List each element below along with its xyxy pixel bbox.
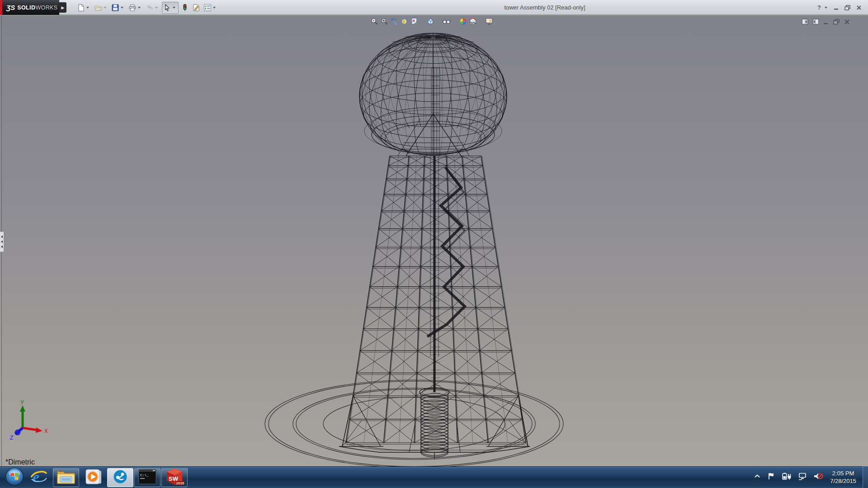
action-center-icon: [767, 472, 775, 482]
svg-text:e: e: [33, 469, 39, 485]
brand-solid: SOLID: [17, 5, 35, 11]
view-orientation-button[interactable]: [425, 17, 435, 27]
pane-left-icon: [802, 19, 808, 27]
pane-left-button[interactable]: [802, 19, 808, 27]
window-controls: ?: [815, 0, 864, 15]
doc-close-button[interactable]: [844, 19, 850, 27]
windows-taskbar: eC:\_SW2015: [0, 466, 868, 488]
print-dropdown-arrow[interactable]: [138, 7, 141, 9]
window-title: tower Assembly 02 [Read-only]: [470, 0, 619, 15]
hidden-icons-icon: [754, 473, 761, 481]
menu-flyout-arrow[interactable]: ▶: [59, 2, 66, 13]
orientation-triad: YXZ: [6, 400, 56, 443]
action-center-flag-button[interactable]: [767, 472, 775, 482]
rebuild-button[interactable]: [180, 2, 190, 14]
save-dropdown-arrow[interactable]: [121, 7, 123, 9]
taskbar-clock[interactable]: 2:05 PM7/28/2015: [830, 469, 856, 485]
undo-dropdown-arrow[interactable]: [155, 7, 158, 9]
pane-right-icon: [812, 19, 819, 27]
network-status-button[interactable]: [798, 472, 807, 482]
select-dropdown-arrow[interactable]: [173, 7, 175, 9]
print-button[interactable]: [127, 2, 143, 14]
zoom-to-fit-icon: [370, 17, 378, 28]
rebuild-icon: [181, 4, 189, 12]
command-prompt-button[interactable]: C:\_: [134, 468, 160, 487]
options-button[interactable]: [203, 2, 218, 14]
svg-text:X: X: [44, 428, 48, 434]
new-document-dropdown-arrow[interactable]: [86, 7, 89, 9]
view-orientation-label: *Dimetric: [5, 458, 35, 466]
wireframe-tower-model: [0, 15, 868, 466]
doc-restore-button[interactable]: [833, 19, 840, 27]
view-orientation-icon: [426, 17, 434, 28]
windows-explorer-icon: [56, 468, 76, 487]
media-player-icon: [84, 468, 102, 488]
view-settings-button[interactable]: [484, 17, 494, 27]
internet-explorer-button[interactable]: e: [26, 468, 52, 487]
select-button[interactable]: [162, 2, 179, 14]
solidworks-logo[interactable]: ƷS SOLID WORKS: [2, 0, 59, 15]
hide-show-items-icon: [442, 17, 451, 28]
new-document-button[interactable]: [76, 2, 92, 14]
restore-icon: [844, 5, 851, 10]
open-button[interactable]: [93, 2, 109, 14]
windows-media-player-button[interactable]: [80, 468, 106, 487]
zoom-to-area-button[interactable]: [379, 17, 389, 27]
windows-explorer-button[interactable]: [53, 468, 79, 487]
solidworks-window: ƷS SOLID WORKS ▶ tower Assembly 02 [Read…: [0, 0, 868, 488]
headsup-view-toolbar: [369, 17, 494, 28]
help-dropdown-arrow[interactable]: [825, 7, 827, 9]
volume-muted-button[interactable]: [813, 472, 823, 482]
svg-text:Z: Z: [10, 435, 13, 441]
edit-appearance-icon: [458, 17, 467, 28]
power-plug-icon: [782, 472, 792, 482]
save-button[interactable]: [110, 2, 126, 14]
command-prompt-icon: C:\_: [138, 469, 157, 487]
apply-scene-button[interactable]: [467, 17, 477, 27]
minimize-button[interactable]: [831, 3, 842, 12]
document-window-controls: [797, 19, 850, 27]
view-settings-icon: [485, 17, 493, 28]
network-icon: [798, 472, 807, 482]
file-properties-icon: [192, 4, 200, 12]
hide-show-items-button[interactable]: [441, 17, 451, 27]
edit-appearance-button[interactable]: [458, 17, 467, 27]
pane-right-button[interactable]: [812, 19, 819, 27]
maximize-button[interactable]: [842, 3, 854, 12]
internet-explorer-icon: e: [29, 467, 48, 488]
zoom-to-fit-button[interactable]: [369, 17, 379, 27]
close-icon: [856, 5, 862, 10]
blue-app-icon: [111, 468, 129, 488]
doc-minimize-icon: [823, 19, 829, 27]
brand-works: WORKS: [35, 5, 57, 11]
start-button-button[interactable]: [4, 468, 25, 488]
show-desktop-button[interactable]: [863, 466, 868, 488]
doc-minimize-button[interactable]: [823, 19, 829, 27]
open-dropdown-arrow[interactable]: [104, 7, 106, 9]
solidworks-2015-button[interactable]: SW2015: [161, 468, 188, 487]
solidworks-2015-icon: SW2015: [165, 467, 184, 488]
show-hidden-icons-button[interactable]: [754, 473, 761, 481]
svg-text:Y: Y: [20, 400, 24, 406]
power-status-button[interactable]: [782, 472, 792, 482]
file-properties-button[interactable]: [191, 2, 201, 14]
close-button[interactable]: [854, 3, 864, 12]
doc-restore-icon: [833, 19, 840, 27]
help-button[interactable]: ?: [815, 3, 824, 12]
undo-button[interactable]: [145, 2, 160, 14]
undo-icon: [146, 4, 154, 12]
svg-text:2015: 2015: [176, 481, 184, 485]
solidworks-logo-glyph: ƷS: [6, 4, 15, 11]
minimize-icon: [834, 5, 839, 10]
section-view-button[interactable]: [399, 17, 409, 27]
save-icon: [111, 4, 119, 12]
panel-splitter-handle[interactable]: [0, 231, 4, 252]
options-dropdown-arrow[interactable]: [213, 7, 216, 9]
clock-date: 7/28/2015: [830, 477, 856, 485]
previous-view-button[interactable]: [389, 17, 399, 27]
open-icon: [94, 4, 102, 12]
title-bar: ƷS SOLID WORKS ▶ tower Assembly 02 [Read…: [0, 0, 868, 15]
annotation-views-button[interactable]: [409, 17, 419, 27]
blue-app-button[interactable]: [107, 468, 133, 487]
graphics-viewport[interactable]: YXZ *Dimetric: [0, 15, 868, 466]
